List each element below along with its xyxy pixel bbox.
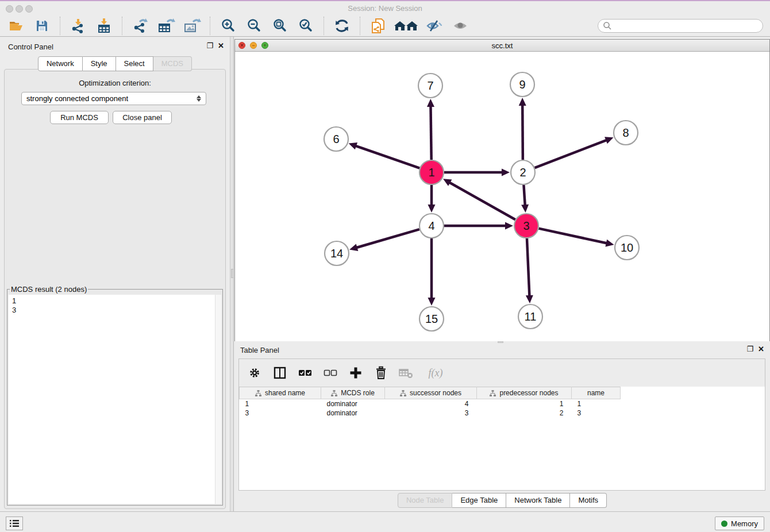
graph-node[interactable]: 14 bbox=[325, 241, 349, 265]
export-network-button[interactable] bbox=[130, 17, 151, 34]
vertical-splitter[interactable] bbox=[230, 37, 234, 511]
graph-edge[interactable] bbox=[526, 238, 533, 303]
memory-button[interactable]: Memory bbox=[715, 516, 764, 530]
column-header-predecessor-nodes[interactable]: predecessor nodes bbox=[477, 387, 572, 399]
table-cell[interactable]: 3 bbox=[572, 408, 621, 418]
tab-motifs[interactable]: Motifs bbox=[570, 493, 607, 508]
tab-mcds[interactable]: MCDS bbox=[153, 56, 192, 71]
graph-node[interactable]: 6 bbox=[324, 127, 348, 151]
tab-node-table[interactable]: Node Table bbox=[398, 493, 453, 508]
table-settings-button[interactable] bbox=[246, 364, 263, 381]
show-details-button[interactable] bbox=[450, 17, 471, 34]
graph-edge[interactable] bbox=[428, 185, 436, 213]
graph-node[interactable]: 9 bbox=[510, 72, 534, 97]
column-header-successor-nodes[interactable]: successor nodes bbox=[385, 387, 477, 399]
float-panel-icon[interactable]: ❐ bbox=[746, 345, 753, 353]
graph-edge[interactable] bbox=[521, 185, 529, 213]
table-cell[interactable]: dominator bbox=[321, 399, 385, 408]
select-all-button[interactable] bbox=[297, 364, 314, 381]
attribute-table: shared nameMCDS rolesuccessor nodesprede… bbox=[239, 387, 621, 418]
delete-table-icon bbox=[398, 366, 414, 380]
table-cell[interactable]: 3 bbox=[240, 408, 321, 418]
graph-node[interactable]: 2 bbox=[511, 160, 535, 184]
split-panel-button[interactable] bbox=[271, 364, 288, 381]
tab-network-table[interactable]: Network Table bbox=[506, 493, 570, 508]
export-table-icon bbox=[157, 17, 175, 34]
zoom-selected-button[interactable] bbox=[295, 17, 316, 34]
table-cell[interactable]: 3 bbox=[385, 408, 477, 418]
column-header-shared-name[interactable]: shared name bbox=[240, 387, 321, 399]
splitter-grip[interactable] bbox=[231, 269, 234, 278]
graph-node[interactable]: 11 bbox=[518, 304, 542, 329]
network-window-titlebar[interactable]: ✕ − + scc.txt bbox=[235, 40, 769, 52]
search-input[interactable] bbox=[612, 20, 763, 32]
import-table-button[interactable] bbox=[94, 17, 114, 34]
close-panel-icon[interactable]: ✕ bbox=[758, 345, 764, 353]
zoom-fit-button[interactable] bbox=[270, 17, 290, 34]
network-canvas[interactable]: 1234678910111415 bbox=[235, 52, 769, 341]
table-cell[interactable]: 2 bbox=[477, 408, 572, 418]
graph-node[interactable]: 7 bbox=[418, 74, 442, 98]
criterion-select[interactable]: strongly connected component bbox=[21, 92, 206, 105]
add-row-button[interactable] bbox=[347, 364, 364, 381]
graph-edge[interactable] bbox=[444, 169, 510, 176]
close-panel-button[interactable]: Close panel bbox=[113, 111, 172, 124]
table-cell[interactable]: 1 bbox=[572, 399, 621, 408]
column-header-name[interactable]: name bbox=[572, 387, 621, 399]
float-panel-icon[interactable]: ❐ bbox=[206, 41, 213, 50]
table-row[interactable]: 3dominator323 bbox=[240, 408, 621, 418]
graph-edge[interactable] bbox=[349, 142, 420, 168]
graph-node-label: 3 bbox=[523, 219, 529, 232]
graph-node[interactable]: 10 bbox=[615, 236, 639, 260]
hide-details-button[interactable] bbox=[424, 17, 445, 34]
delete-table-button[interactable] bbox=[398, 364, 415, 381]
graph-edge[interactable] bbox=[444, 222, 513, 230]
task-history-button[interactable] bbox=[6, 516, 23, 530]
deselect-all-button[interactable] bbox=[322, 364, 339, 381]
tab-network[interactable]: Network bbox=[38, 56, 83, 71]
graph-edge[interactable] bbox=[535, 137, 614, 168]
column-header-MCDS-role[interactable]: MCDS role bbox=[321, 387, 385, 399]
network-overview-button[interactable] bbox=[368, 17, 388, 34]
export-table-button[interactable] bbox=[156, 17, 176, 34]
table-cell[interactable]: 1 bbox=[240, 399, 321, 408]
main-toolbar bbox=[0, 16, 770, 37]
save-session-button[interactable] bbox=[32, 17, 52, 34]
graph-edge[interactable] bbox=[349, 229, 419, 251]
delete-row-button[interactable] bbox=[372, 364, 390, 381]
graph-edge[interactable] bbox=[519, 98, 526, 160]
graph-edge[interactable] bbox=[538, 229, 614, 247]
table-panel: Table Panel ❐ ✕ bbox=[234, 343, 770, 511]
tab-edge-table[interactable]: Edge Table bbox=[452, 493, 506, 508]
graph-node-label: 9 bbox=[519, 78, 525, 91]
network-graph[interactable]: 1234678910111415 bbox=[235, 52, 769, 341]
tab-style[interactable]: Style bbox=[83, 56, 116, 71]
home-view-button[interactable] bbox=[394, 17, 419, 34]
control-panel-title: Control Panel bbox=[8, 43, 53, 51]
apply-layout-button[interactable] bbox=[332, 17, 352, 34]
graph-edge[interactable] bbox=[428, 238, 436, 306]
table-cell[interactable]: 1 bbox=[477, 399, 572, 408]
table-cell[interactable]: 4 bbox=[385, 399, 477, 408]
import-network-button[interactable] bbox=[68, 17, 88, 34]
graph-node[interactable]: 8 bbox=[614, 121, 638, 145]
result-scrollbar[interactable] bbox=[215, 295, 221, 504]
mcds-result-textarea[interactable]: 1 3 bbox=[9, 295, 221, 504]
zoom-in-button[interactable] bbox=[218, 17, 238, 34]
table-row[interactable]: 1dominator411 bbox=[240, 399, 621, 408]
tab-select[interactable]: Select bbox=[116, 56, 153, 71]
graph-edge[interactable] bbox=[443, 179, 515, 219]
search-box[interactable] bbox=[598, 19, 763, 33]
graph-node[interactable]: 15 bbox=[419, 307, 444, 331]
apply-function-button[interactable]: f(x) bbox=[423, 364, 448, 381]
graph-edge[interactable] bbox=[427, 99, 434, 160]
run-mcds-button[interactable]: Run MCDS bbox=[50, 111, 109, 124]
zoom-out-button[interactable] bbox=[244, 17, 264, 34]
open-session-button[interactable] bbox=[6, 17, 26, 34]
graph-node[interactable]: 3 bbox=[514, 214, 538, 238]
graph-node[interactable]: 1 bbox=[419, 160, 444, 184]
table-cell[interactable]: dominator bbox=[321, 408, 385, 418]
export-image-button[interactable] bbox=[182, 17, 202, 34]
close-panel-icon[interactable]: ✕ bbox=[218, 41, 224, 50]
graph-node[interactable]: 4 bbox=[419, 214, 444, 238]
